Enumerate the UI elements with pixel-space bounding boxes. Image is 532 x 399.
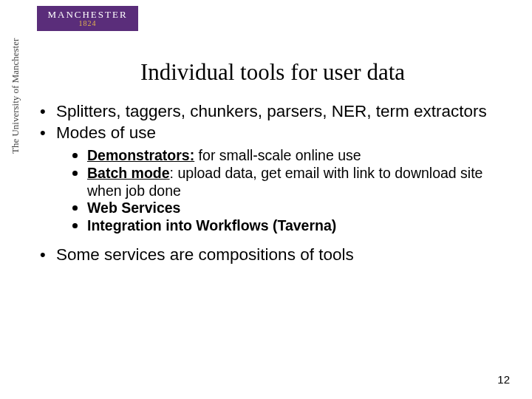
bullet-item: Some services are compositions of tools — [40, 245, 510, 265]
bullet-item: Splitters, taggers, chunkers, parsers, N… — [40, 102, 510, 122]
sub-bullet-item: Integration into Workflows (Taverna) — [71, 217, 510, 235]
bullet-text: Some services are compositions of tools — [56, 245, 354, 264]
logo-vertical-text: The University of Manchester — [10, 35, 24, 154]
bullet-list: Some services are compositions of tools — [35, 245, 510, 265]
bullet-list: Splitters, taggers, chunkers, parsers, N… — [35, 102, 510, 143]
page-number: 12 — [497, 373, 510, 386]
sub-bullet-item: Web Services — [71, 200, 510, 217]
bullet-item: Modes of use — [40, 123, 510, 143]
logo-wordmark: MANCHESTER — [47, 10, 127, 19]
sub-bullet-text: for small-scale online use — [194, 147, 361, 163]
university-logo: MANCHESTER 1824 — [37, 6, 138, 31]
sub-bullet-bold: Integration into Workflows (Taverna) — [87, 217, 336, 233]
sub-bullet-bold: Web Services — [87, 200, 180, 216]
slide-title: Individual tools for user data — [35, 59, 510, 86]
sub-bullet-list: Demonstrators: for small-scale online us… — [35, 147, 510, 235]
bullet-text: Modes of use — [56, 123, 156, 142]
sub-bullet-item: Batch mode: upload data, get email with … — [71, 165, 510, 200]
sub-bullet-item: Demonstrators: for small-scale online us… — [71, 147, 510, 165]
slide-body: Individual tools for user data Splitters… — [35, 59, 510, 267]
sub-bullet-bold: Demonstrators: — [87, 147, 194, 163]
logo-badge: MANCHESTER 1824 — [37, 6, 138, 31]
sub-bullet-bold: Batch mode — [87, 165, 170, 181]
logo-year: 1824 — [79, 20, 97, 27]
bullet-text: Splitters, taggers, chunkers, parsers, N… — [56, 102, 487, 120]
